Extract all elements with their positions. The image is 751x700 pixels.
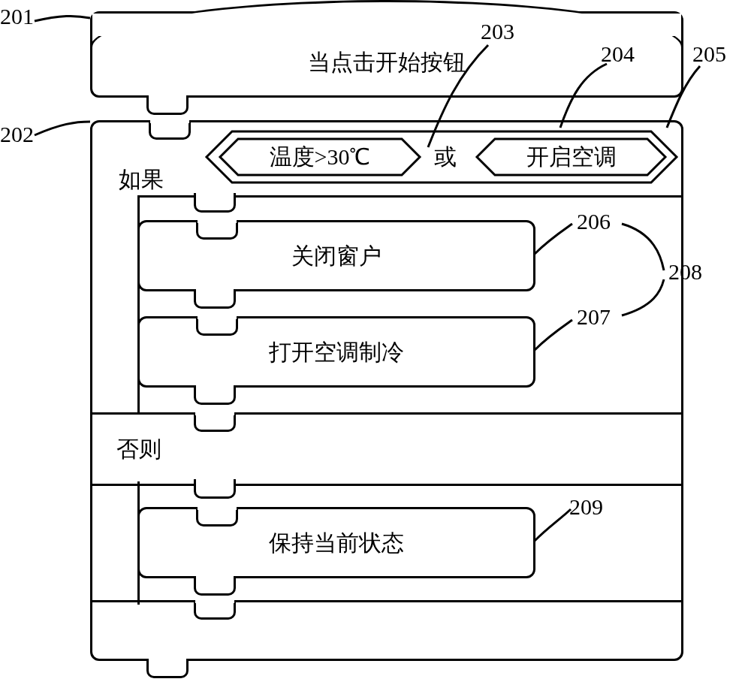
event-hat-block[interactable]: 当点击开始按钮 [90, 11, 683, 98]
if-else-c-block[interactable]: 如果 或 温度>30℃ 开启空调 关闭窗户 打开空调制冷 [90, 120, 683, 661]
if-label: 如果 [119, 164, 164, 195]
action-close-window-text: 关闭窗户 [140, 240, 533, 271]
condition-ac-on-text: 开启空调 [475, 142, 667, 173]
action-open-ac-slot-icon [196, 316, 238, 336]
label-206: 206 [577, 209, 611, 234]
or-label: 或 [434, 142, 457, 173]
hat-top-cover [92, 14, 681, 36]
label-201: 201 [0, 4, 34, 29]
action-open-ac-text: 打开空调制冷 [140, 336, 533, 367]
cblock-bottom-slot-icon [194, 600, 236, 620]
else-label: 否则 [116, 434, 161, 465]
action-keep-state-text: 保持当前状态 [140, 527, 533, 558]
else-mouth-left-wall [137, 481, 140, 605]
hat-tab-icon [146, 95, 189, 115]
label-204: 204 [601, 41, 635, 67]
else-bar-slot-icon [194, 412, 236, 432]
label-203: 203 [481, 19, 514, 44]
else-bar-tab-icon [194, 479, 236, 499]
cblock-bottom-tab-icon [146, 659, 189, 678]
cblock-bottom-bar [90, 600, 683, 661]
condition-temperature-text: 温度>30℃ [219, 142, 421, 173]
action-open-ac-tab-icon [194, 385, 236, 405]
label-209: 209 [569, 494, 603, 520]
action-keep-state-block[interactable]: 保持当前状态 [137, 507, 535, 578]
action-keep-state-slot-icon [196, 507, 238, 527]
event-title: 当点击开始按钮 [92, 47, 681, 78]
action-open-ac-block[interactable]: 打开空调制冷 [137, 316, 535, 388]
if-mouth-left-wall [137, 195, 140, 412]
action-close-window-tab-icon [194, 289, 236, 309]
condition-ac-on-hexagon[interactable]: 开启空调 [475, 137, 667, 177]
label-207: 207 [577, 304, 611, 330]
condition-temperature-hexagon[interactable]: 温度>30℃ [219, 137, 421, 177]
else-bar: 否则 [90, 412, 683, 486]
label-205: 205 [692, 41, 726, 67]
action-close-window-block[interactable]: 关闭窗户 [137, 220, 535, 291]
label-202: 202 [0, 122, 34, 147]
if-header-tab-icon [194, 193, 236, 213]
label-208: 208 [668, 259, 702, 285]
action-keep-state-tab-icon [194, 576, 236, 596]
action-close-window-slot-icon [196, 220, 238, 240]
